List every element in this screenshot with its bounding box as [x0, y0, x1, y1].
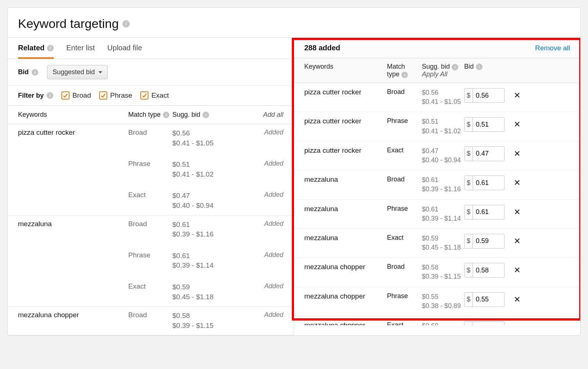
added-bid-cell: $	[464, 205, 512, 220]
dollar-icon: $	[465, 88, 473, 102]
keyword-row: Phrase$0.61$0.39 - $1.14Added	[8, 247, 294, 271]
info-icon[interactable]: i	[32, 69, 38, 76]
info-icon[interactable]: i	[401, 72, 408, 78]
dollar-icon: $	[465, 176, 473, 190]
panel-header: Keyword targeting i	[8, 8, 580, 37]
keyword-sugg: $0.58$0.39 - $1.15	[172, 311, 224, 330]
remove-row-button[interactable]: ✕	[512, 178, 522, 188]
filter-label: Filter by	[18, 92, 44, 100]
added-keyword: mezzaluna chopper	[304, 263, 387, 271]
tab-label: Related	[18, 44, 44, 52]
tab-label: Upload file	[107, 44, 142, 52]
keyword-row: mezzalunaBroad$0.61$0.39 - $1.16Added	[8, 216, 294, 239]
bid-input[interactable]	[473, 205, 504, 219]
bid-input-wrapper: $	[464, 263, 505, 278]
keyword-sugg: $0.61$0.39 - $1.16	[172, 220, 224, 239]
bid-input[interactable]	[473, 293, 504, 307]
add-all-link[interactable]: Add all	[224, 111, 283, 119]
chevron-down-icon	[98, 71, 102, 73]
remove-row-button[interactable]: ✕	[512, 265, 522, 275]
filter-option-label: Exact	[151, 91, 169, 100]
added-bid-cell: $	[464, 321, 512, 325]
checkbox-icon	[61, 91, 69, 100]
suggestions-header: Keywords Match type i Sugg. bid i Add al…	[8, 105, 294, 124]
keyword-name: pizza cutter rocker	[18, 129, 128, 137]
bid-input[interactable]	[473, 263, 504, 277]
tab-upload-file[interactable]: Upload file	[107, 38, 142, 59]
remove-row-button[interactable]: ✕	[512, 149, 522, 159]
keyword-match: Phrase	[128, 251, 172, 259]
keyword-group: mezzaluna chopperBroad$0.58$0.39 - $1.15…	[8, 307, 294, 335]
added-keyword: mezzaluna chopper	[304, 321, 387, 325]
keyword-match: Broad	[128, 129, 172, 137]
added-match: Broad	[387, 263, 422, 271]
bid-input[interactable]	[473, 117, 504, 131]
bid-label: Bid	[18, 68, 29, 76]
filter-checkbox-exact[interactable]: Exact	[140, 91, 169, 100]
bid-input[interactable]	[473, 234, 504, 248]
bid-input-wrapper: $	[464, 176, 505, 190]
bid-input[interactable]	[473, 322, 504, 325]
remove-row-button[interactable]: ✕	[512, 294, 522, 305]
added-sugg: $0.47$0.40 - $0.94	[422, 146, 464, 165]
bid-input-wrapper: $	[464, 117, 505, 132]
added-row: mezzalunaExact$0.59$0.45 - $1.18$✕	[294, 229, 580, 258]
added-match: Exact	[387, 146, 422, 154]
bid-input[interactable]	[473, 147, 504, 161]
bid-select[interactable]: Suggested bid	[47, 65, 108, 79]
remove-row-button[interactable]: ✕	[512, 119, 522, 130]
bid-input-wrapper: $	[464, 234, 505, 249]
added-match: Phrase	[387, 292, 422, 300]
remove-row-button[interactable]: ✕	[512, 236, 522, 246]
dollar-icon: $	[465, 147, 473, 161]
added-row: pizza cutter rockerBroad$0.56$0.41 - $1.…	[294, 83, 580, 112]
added-count: 288 added	[304, 44, 340, 52]
info-icon[interactable]: i	[47, 92, 53, 99]
filter-checkbox-phrase[interactable]: Phrase	[99, 91, 132, 100]
bid-input[interactable]	[473, 88, 504, 102]
keyword-row: mezzaluna chopperBroad$0.58$0.39 - $1.15…	[8, 307, 294, 335]
tab-enter-list[interactable]: Enter list	[66, 38, 95, 59]
added-sugg: $0.58$0.39 - $1.15	[422, 263, 464, 281]
col-sugg-bid: Sugg. bid i	[172, 111, 224, 119]
keyword-status: Added	[224, 282, 283, 290]
bid-input[interactable]	[473, 176, 504, 190]
info-icon[interactable]: i	[202, 112, 209, 118]
added-sugg: $0.61$0.39 - $1.16	[422, 176, 464, 194]
bid-input-wrapper: $	[464, 146, 505, 161]
dollar-icon: $	[465, 205, 473, 219]
info-icon[interactable]: i	[476, 64, 483, 70]
info-icon[interactable]: i	[452, 64, 458, 70]
keyword-match: Exact	[128, 191, 172, 199]
keyword-group: pizza cutter rockerBroad$0.56$0.41 - $1.…	[8, 124, 294, 216]
info-icon[interactable]: i	[47, 45, 54, 51]
info-icon[interactable]: i	[163, 112, 169, 118]
added-match: Broad	[387, 88, 422, 96]
keyword-match: Exact	[128, 282, 172, 290]
apply-all-link[interactable]: Apply All	[422, 70, 464, 78]
dollar-icon: $	[465, 234, 473, 248]
info-icon[interactable]: i	[122, 20, 130, 28]
added-sugg: $0.55$0.38 - $0.89	[422, 292, 464, 311]
keyword-group: mezzalunaBroad$0.61$0.39 - $1.16AddedPhr…	[8, 216, 294, 307]
keyword-sugg: $0.47$0.40 - $0.94	[172, 191, 224, 210]
dollar-icon: $	[465, 293, 473, 307]
remove-all-link[interactable]: Remove all	[535, 44, 570, 52]
filter-checkbox-broad[interactable]: Broad	[61, 91, 91, 100]
remove-row-button[interactable]: ✕	[512, 323, 522, 325]
added-row: mezzalunaPhrase$0.61$0.39 - $1.14$✕	[294, 200, 580, 229]
added-match: Phrase	[387, 205, 422, 213]
suggestions-pane: Related i Enter list Upload file Bid i S…	[8, 38, 294, 335]
dollar-icon: $	[465, 322, 473, 325]
added-match: Phrase	[387, 117, 422, 125]
tabs: Related i Enter list Upload file	[8, 38, 294, 59]
remove-row-button[interactable]: ✕	[512, 90, 522, 101]
added-match: Broad	[387, 176, 422, 183]
remove-row-button[interactable]: ✕	[512, 207, 522, 217]
keyword-row: Exact$0.59$0.45 - $1.18Added	[8, 278, 294, 306]
added-sugg: $0.59$0.45 - $1.18	[422, 234, 464, 252]
tab-related[interactable]: Related i	[18, 38, 54, 59]
keyword-targeting-panel: Keyword targeting i Related i Enter list…	[7, 7, 581, 336]
added-bid-cell: $	[464, 146, 512, 161]
added-keyword: mezzaluna	[304, 234, 387, 242]
